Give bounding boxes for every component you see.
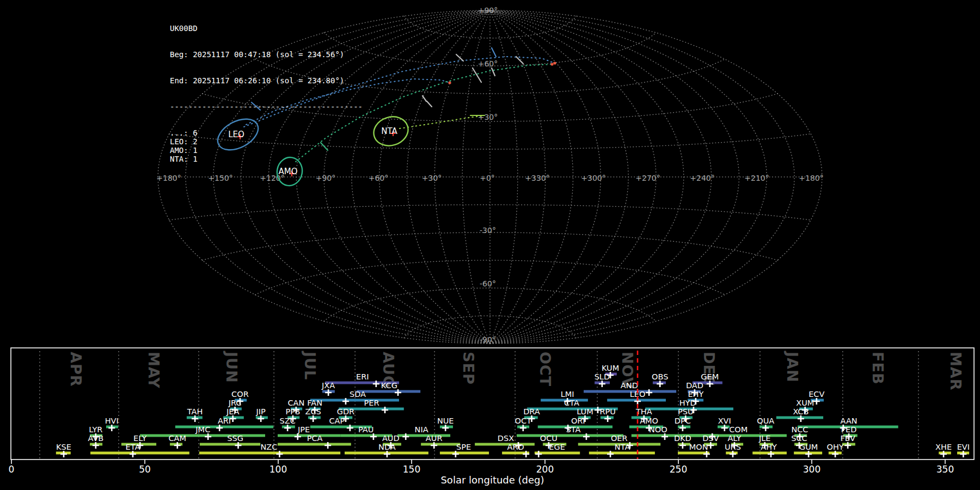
shower-label-JPE: JPE (297, 425, 310, 434)
month-label-JAN: JAN (784, 351, 801, 383)
shower-label-OHY: OHY (827, 443, 844, 451)
shower-label-ORI: ORI (571, 416, 585, 425)
shower-label-KSE: KSE (56, 443, 71, 451)
shower-label-EHY: EHY (688, 390, 703, 399)
screenshot-root: +180°+150°+120°+90°+60°+30°+0°+330°+300°… (0, 0, 980, 490)
month-label-JUL: JUL (302, 351, 318, 380)
shower-bar-SPE (440, 452, 489, 455)
shower-bar-NTA (589, 452, 655, 455)
shower-label-FED: FED (841, 425, 857, 434)
shower-label-NOO: NOO (649, 425, 667, 434)
month-label-SEP: SEP (460, 352, 477, 385)
shower-label-DSV: DSV (702, 434, 719, 443)
shower-label-NCC: NCC (791, 425, 808, 434)
lat-label: +60° (478, 59, 498, 68)
shower-label-HVI: HVI (105, 416, 119, 425)
shower-label-COM: COM (729, 425, 748, 434)
separator: ----------------------------------------… (170, 102, 363, 111)
grid-parallel (255, 260, 725, 295)
count-line: LEO: 2 (170, 137, 363, 146)
shower-label-ETA: ETA (126, 443, 140, 451)
begin-time: Beg: 20251117 00:47:18 (sol = 234.56°) (170, 50, 363, 59)
shower-label-OBS: OBS (652, 372, 668, 381)
shower-bar-JMC (140, 434, 265, 437)
shower-bar-STA (517, 434, 623, 437)
shower-bar-ARI (175, 426, 273, 428)
axis-tick-label: 50 (139, 464, 151, 475)
count-line: ...: 6 (170, 128, 363, 137)
shower-label-CAM: CAM (168, 434, 186, 443)
lon-label: +0° (480, 174, 495, 182)
month-label-MAR: MAR (947, 352, 964, 391)
track-end-dot (448, 81, 451, 84)
shower-label-AUD: AUD (382, 434, 400, 443)
shower-counts: ...: 6LEO: 2AMO: 1NTA: 1 (170, 128, 363, 163)
radiant-drift-track (400, 116, 482, 128)
axis-tick-label: 250 (670, 464, 687, 475)
shower-label-XCB: XCB (793, 407, 808, 416)
shower-label-KCG: KCG (381, 381, 397, 390)
shower-label-JEA: JEA (226, 407, 239, 416)
shower-label-RPU: RPU (599, 407, 615, 416)
lon-label: +60° (369, 174, 389, 182)
shower-label-OER: OER (611, 434, 628, 443)
shower-label-ARI: ARI (218, 416, 231, 425)
shower-label-KUM: KUM (602, 364, 619, 372)
axis-tick-label: 100 (270, 464, 287, 475)
shower-label-URS: URS (725, 443, 741, 451)
axis-tick-label: 150 (403, 464, 420, 475)
lon-label: +330° (525, 174, 549, 182)
shower-label-COR: COR (231, 390, 249, 399)
shower-label-PSU: PSU (678, 407, 694, 416)
shower-label-STA: STA (566, 425, 581, 434)
month-label-MAY: MAY (145, 352, 162, 389)
shower-bar-NZC (199, 452, 340, 455)
shower-label-ARD: ARD (507, 443, 524, 451)
shower-label-CAN: CAN (287, 399, 304, 407)
shower-bar-SSG (200, 443, 260, 446)
shower-label-FAN: FAN (307, 399, 322, 407)
shower-label-JIP: JIP (256, 407, 266, 416)
shower-label-DAD: DAD (686, 381, 703, 390)
lon-label: +270° (635, 174, 660, 182)
shower-label-SSG: SSG (227, 434, 243, 443)
shower-label-FEV: FEV (840, 434, 855, 443)
lat-label: -30° (480, 226, 496, 235)
shower-label-LYR: LYR (89, 425, 102, 434)
shower-label-LUM: LUM (577, 407, 593, 416)
month-label-FEB: FEB (869, 352, 886, 384)
shower-label-NDA: NDA (378, 443, 396, 451)
track-end-dot (553, 62, 556, 64)
shower-label-JMC: JMC (195, 425, 210, 434)
shower-bar-SDA (310, 399, 399, 402)
shower-label-TAH: TAH (187, 407, 203, 416)
shower-label-ELY: ELY (133, 434, 146, 443)
shower-label-PPS: PPS (286, 407, 301, 416)
shower-label-LMI: LMI (561, 390, 574, 399)
lon-label: +240° (690, 174, 714, 182)
lon-label: +180° (799, 174, 823, 182)
shower-bar-ETA (90, 452, 189, 455)
month-label-OCT: OCT (537, 352, 554, 387)
shower-bar-DSX (475, 443, 535, 446)
shower-label-ERI: ERI (356, 372, 369, 381)
shower-label-NTA: NTA (615, 443, 630, 451)
lat-label: -60° (480, 279, 496, 288)
shower-bar-AUR (421, 443, 460, 446)
month-label-APR: APR (68, 352, 84, 387)
end-time: End: 20251117 06:26:10 (sol = 234.80°) (170, 76, 363, 85)
lat-label: -90° (480, 335, 496, 344)
shower-label-HYD: HYD (679, 399, 696, 407)
shower-label-JXA: JXA (321, 381, 335, 390)
shower-label-PER: PER (364, 399, 379, 407)
shower-label-OCU: OCU (540, 434, 558, 443)
count-line: NTA: 1 (170, 155, 363, 163)
station-id: UK00BD (170, 24, 363, 33)
shower-label-AAN: AAN (841, 416, 857, 425)
lon-label: +210° (744, 174, 769, 182)
lat-label: +90° (478, 6, 498, 15)
shower-bar-KCG (357, 390, 420, 393)
shower-bar-PCA (278, 443, 351, 446)
axis-tick-label: 200 (536, 464, 554, 475)
axis-tick-label: 350 (936, 464, 954, 475)
